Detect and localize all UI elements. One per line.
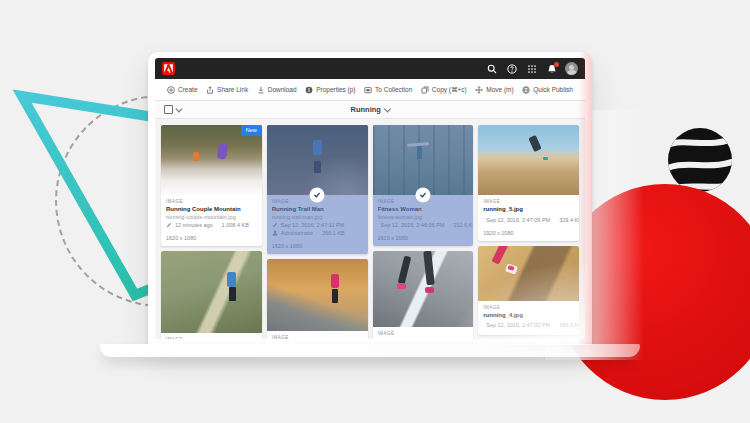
asset-type: IMAGE xyxy=(483,199,574,204)
asset-meta: IMAGE running_5.jpg Sep 12, 2016, 2:47:0… xyxy=(478,195,579,241)
asset-type: IMAGE xyxy=(272,335,363,340)
marketing-hero-scene: Create Share Link Download Properties (p… xyxy=(0,0,750,423)
avatar xyxy=(565,62,578,75)
selection-overlay xyxy=(373,125,474,246)
actions-toolbar: Create Share Link Download Properties (p… xyxy=(155,79,585,101)
plus-circle-icon xyxy=(167,86,175,94)
info-icon xyxy=(305,86,313,94)
aem-assets-window: Create Share Link Download Properties (p… xyxy=(155,58,585,339)
download-button[interactable]: Download xyxy=(257,86,297,94)
asset-meta: IMAGE running_3.jpg xyxy=(373,327,474,339)
asset-thumbnail xyxy=(373,251,474,327)
notification-badge xyxy=(554,62,559,67)
chevron-down-icon xyxy=(385,106,391,112)
card-view-icon xyxy=(164,105,173,114)
share-link-button[interactable]: Share Link xyxy=(206,86,248,94)
asset-type: IMAGE xyxy=(166,199,257,204)
to-collection-button[interactable]: To Collection xyxy=(364,86,412,94)
asset-meta: IMAGE running_1.jpg xyxy=(267,331,368,340)
asset-size: 1,008.4 KB xyxy=(222,222,249,228)
edit-pencil-icon xyxy=(166,222,172,228)
asset-type: IMAGE xyxy=(483,305,574,310)
properties-label: Properties (p) xyxy=(316,86,355,93)
asset-meta: IMAGE running_4.jpg Sep 12, 2016, 2:47:0… xyxy=(478,301,579,335)
account-avatar[interactable] xyxy=(565,62,578,75)
asset-card-running-5[interactable]: IMAGE running_5.jpg Sep 12, 2016, 2:47:0… xyxy=(478,125,579,241)
grid-column-2: IMAGE Running Trail Man running-trail-ma… xyxy=(267,125,368,339)
asset-thumbnail xyxy=(161,251,262,333)
new-badge: New xyxy=(241,125,262,136)
create-label: Create xyxy=(178,86,198,93)
copy-button[interactable]: Copy (⌘+c) xyxy=(421,86,467,94)
asset-modified-line: Sep 12, 2016, 2:47:02 PM 290.3 KB xyxy=(483,322,574,328)
share-link-label: Share Link xyxy=(217,86,248,93)
asset-title: running_5.jpg xyxy=(483,206,574,212)
selected-check-icon[interactable] xyxy=(415,188,430,203)
chevron-down-icon xyxy=(176,106,182,112)
download-label: Download xyxy=(268,86,297,93)
asset-type: IMAGE xyxy=(166,337,257,339)
asset-title: Running Couple Mountain xyxy=(166,206,257,212)
collection-title: Running xyxy=(351,105,381,114)
share-icon xyxy=(206,86,214,94)
move-icon xyxy=(475,86,483,94)
asset-modified-line: Sep 12, 2016, 2:47:09 PM 329.4 KB xyxy=(483,217,574,223)
asset-filename: running-couple-mountain.jpg xyxy=(166,214,257,220)
grid-column-3: IMAGE Fitness Woman fitness-woman.jpg Se… xyxy=(373,125,474,339)
asset-meta: IMAGE xyxy=(161,333,262,339)
asset-title: running_4.jpg xyxy=(483,312,574,318)
asset-modified: Sep 12, 2016, 2:47:09 PM xyxy=(486,217,550,223)
asset-meta: IMAGE Running Couple Mountain running-co… xyxy=(161,195,262,246)
asset-dimensions: 1620 x 1080 xyxy=(166,235,257,241)
asset-size: 290.3 KB xyxy=(559,322,579,328)
view-header: Running xyxy=(155,101,585,119)
asset-modified-line: 12 minutes ago 1,008.4 KB xyxy=(166,222,257,228)
help-icon[interactable] xyxy=(505,62,518,75)
asset-card-running-trail-man[interactable]: IMAGE Running Trail Man running-trail-ma… xyxy=(267,125,368,254)
asset-size: 329.4 KB xyxy=(559,217,579,223)
adobe-logo[interactable] xyxy=(162,62,175,75)
asset-card-running-4[interactable]: IMAGE running_4.jpg Sep 12, 2016, 2:47:0… xyxy=(478,246,579,335)
collection-picker[interactable]: Running xyxy=(351,105,390,114)
laptop-screen: Create Share Link Download Properties (p… xyxy=(148,52,592,345)
quick-publish-label: Quick Publish xyxy=(533,86,573,93)
properties-button[interactable]: Properties (p) xyxy=(305,86,355,94)
asset-card-fitness-woman[interactable]: IMAGE Fitness Woman fitness-woman.jpg Se… xyxy=(373,125,474,246)
asset-thumbnail xyxy=(478,125,579,195)
apps-grid-icon[interactable] xyxy=(525,62,538,75)
asset-modified: 12 minutes ago xyxy=(175,222,213,228)
asset-type: IMAGE xyxy=(378,331,469,336)
download-icon xyxy=(257,86,265,94)
adobe-a-mark-icon xyxy=(164,64,173,73)
card-view-toggle[interactable] xyxy=(164,105,181,114)
asset-card-running-1[interactable]: IMAGE running_1.jpg xyxy=(267,259,368,340)
asset-card-running-couple-mountain[interactable]: New IMAGE Running Couple Mountain runnin… xyxy=(161,125,262,246)
search-icon[interactable] xyxy=(485,62,498,75)
grid-column-4: IMAGE running_5.jpg Sep 12, 2016, 2:47:0… xyxy=(478,125,579,335)
grid-column-1: New IMAGE Running Couple Mountain runnin… xyxy=(161,125,262,339)
to-collection-label: To Collection xyxy=(375,86,412,93)
asset-title: running_3.jpg xyxy=(378,338,469,339)
quick-publish-button[interactable]: Quick Publish xyxy=(522,86,573,94)
laptop-base xyxy=(100,344,640,357)
app-topbar xyxy=(155,58,585,79)
move-button[interactable]: Move (m) xyxy=(475,86,513,94)
asset-thumbnail xyxy=(267,259,368,331)
asset-card-running-3[interactable]: IMAGE running_3.jpg xyxy=(373,251,474,339)
asset-card-row2-col1[interactable]: IMAGE xyxy=(161,251,262,339)
notifications-bell-icon[interactable] xyxy=(545,62,558,75)
asset-thumbnail xyxy=(478,246,579,301)
create-button[interactable]: Create xyxy=(167,86,198,94)
collection-icon xyxy=(364,86,372,94)
copy-label: Copy (⌘+c) xyxy=(432,86,467,94)
asset-dimensions: 1920 x 1080 xyxy=(483,230,574,236)
copy-icon xyxy=(421,86,429,94)
asset-thumbnail xyxy=(161,125,262,195)
globe-icon xyxy=(522,86,530,94)
asset-grid: New IMAGE Running Couple Mountain runnin… xyxy=(155,119,585,339)
asset-modified: Sep 12, 2016, 2:47:02 PM xyxy=(486,322,550,328)
selected-check-icon[interactable] xyxy=(310,188,325,203)
move-label: Move (m) xyxy=(486,86,513,93)
